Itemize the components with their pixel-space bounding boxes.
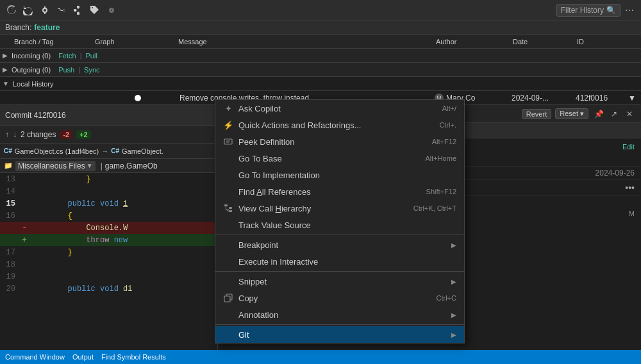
close-icon[interactable]: ✕ <box>623 108 636 120</box>
menu-snippet[interactable]: Snippet ▶ <box>215 273 464 290</box>
branch-name[interactable]: feature <box>34 23 60 32</box>
local-history-expand[interactable]: ▼ <box>3 80 9 87</box>
incoming-row: ▶ Incoming (0) Fetch | Pull <box>0 49 641 63</box>
menu-go-to-impl[interactable]: Go To Implementation <box>215 167 464 183</box>
cs-icon-to: C# <box>111 147 119 154</box>
divider-3 <box>215 324 464 325</box>
changes-count: 2 changes <box>21 130 56 139</box>
minus-badge: -2 <box>60 130 72 139</box>
menu-go-to-base[interactable]: Go To Base Alt+Home <box>215 150 464 167</box>
code-line-16-normal: 16 { <box>0 210 217 222</box>
col-message: Message <box>178 38 436 46</box>
author-date: 2024-09-26 <box>595 169 635 178</box>
svg-rect-19 <box>224 296 230 302</box>
peek-icon <box>223 136 233 147</box>
revert-button[interactable]: Revert <box>522 109 551 119</box>
commit-id-label: Commit 412f0016 <box>5 111 66 120</box>
code-line-15: 15 public void i <box>0 197 217 210</box>
svg-rect-4 <box>77 12 79 15</box>
open-icon[interactable]: ↗ <box>608 108 620 120</box>
edit-link[interactable]: Edit <box>622 143 635 151</box>
copilot-icon: ✦ <box>223 103 233 113</box>
svg-rect-3 <box>77 6 79 8</box>
code-line-13: 13 } <box>0 173 217 185</box>
col-author: Author <box>436 38 513 46</box>
divider-2 <box>215 271 464 272</box>
incoming-expand[interactable]: ▶ <box>3 52 8 59</box>
find-refs-icon <box>223 186 233 197</box>
code-line-17-normal: 17 } <box>0 246 217 258</box>
pin-icon[interactable]: 📌 <box>592 108 605 120</box>
col-branch-tag: Branch / Tag <box>12 38 95 46</box>
up-arrow[interactable]: ↑ <box>5 130 9 139</box>
code-line-17-added: + throw new <box>0 234 217 246</box>
menu-git[interactable]: Git ▶ <box>215 326 464 343</box>
left-panel: Commit 412f0016 ↑ ↓ 2 changes -2 +2 C# G… <box>0 105 218 364</box>
col-graph: Graph <box>95 38 178 46</box>
local-history-row: ▼ Local History <box>0 77 641 91</box>
changes-bar: ↑ ↓ 2 changes -2 +2 <box>0 126 217 144</box>
plus-badge: +2 <box>76 130 91 139</box>
menu-annotation[interactable]: Annotation ▶ <box>215 306 464 323</box>
svg-rect-14 <box>229 210 232 212</box>
detail-actions: 📌 ↗ ✕ <box>592 108 636 120</box>
expand-icon[interactable]: ⋯ <box>623 4 636 17</box>
filter-history-text: Filter History <box>561 6 604 15</box>
commit-expand-arrow[interactable]: ▼ <box>627 94 637 103</box>
filter-history-box[interactable]: Filter History 🔍 <box>556 4 620 17</box>
push-link[interactable]: Push <box>58 66 74 74</box>
lightning-icon: ⚡ <box>223 120 233 130</box>
code-line-14: 14 <box>0 185 217 197</box>
impl-icon <box>223 170 233 180</box>
svg-rect-5 <box>74 9 76 12</box>
git-icon[interactable] <box>38 4 51 17</box>
breakpoint-icon <box>223 240 233 250</box>
git-menu-icon <box>223 329 233 340</box>
file-status: M <box>629 210 635 217</box>
incoming-label: Incoming (0) <box>12 52 51 60</box>
down-arrow[interactable]: ↓ <box>13 130 17 139</box>
menu-track-value[interactable]: Track Value Source <box>215 217 464 233</box>
reset-button[interactable]: Reset ▾ <box>555 108 588 119</box>
menu-breakpoint[interactable]: Breakpoint ▶ <box>215 236 464 253</box>
file-from: GameObject.cs (1adf4bec) <box>15 147 99 155</box>
merge-icon[interactable] <box>72 4 85 17</box>
menu-quick-actions[interactable]: ⚡ Quick Actions and Refactorings... Ctrl… <box>215 117 464 133</box>
tag-icon[interactable] <box>88 4 101 17</box>
menu-ask-copilot[interactable]: ✦ Ask Copilot Alt+/ <box>215 100 464 117</box>
track-icon <box>223 220 233 230</box>
cs-icon-from: C# <box>4 147 12 154</box>
col-id: ID <box>577 38 628 46</box>
status-bar: Command Window Output Find Symbol Result… <box>0 350 641 364</box>
sync-link[interactable]: Sync <box>84 66 99 74</box>
menu-copy[interactable]: Copy Ctrl+C <box>215 290 464 306</box>
pull-link[interactable]: Pull <box>86 52 97 60</box>
svg-rect-9 <box>224 139 232 144</box>
svg-point-0 <box>43 8 47 12</box>
menu-execute-interactive[interactable]: Execute in Interactive <box>215 253 464 270</box>
undo-icon[interactable] <box>22 4 35 17</box>
menu-find-references[interactable]: Find All References Shift+F12 <box>215 183 464 200</box>
menu-peek-definition[interactable]: Peek Definition Alt+F12 <box>215 133 464 150</box>
menu-call-hierarchy[interactable]: View Call Hierarchy Ctrl+K, Ctrl+T <box>215 200 464 217</box>
branch-icon[interactable] <box>55 4 68 17</box>
outgoing-expand[interactable]: ▶ <box>3 66 8 73</box>
code-line-18: 18 <box>0 258 217 270</box>
misc-files-dropdown[interactable]: Miscellaneous Files ▼ <box>15 161 96 171</box>
cmd-window-tab[interactable]: Command Window <box>5 353 65 361</box>
fetch-link[interactable]: Fetch <box>58 52 76 60</box>
context-menu: ✦ Ask Copilot Alt+/ ⚡ Quick Actions and … <box>215 99 465 343</box>
misc-files-row: 📁 Miscellaneous Files ▼ | game.GameOb <box>0 159 217 173</box>
col-date: Date <box>513 38 577 46</box>
svg-rect-13 <box>229 207 232 209</box>
output-tab[interactable]: Output <box>72 353 94 361</box>
refresh-icon[interactable] <box>5 4 18 17</box>
find-symbol-tab[interactable]: Find Symbol Results <box>101 353 166 361</box>
changes-menu-btn[interactable]: ••• <box>625 183 635 193</box>
commit-id: 412f0016 <box>576 94 627 103</box>
hierarchy-icon <box>223 203 233 213</box>
copy-icon <box>223 293 233 303</box>
annotation-icon <box>223 310 233 320</box>
search-icon: 🔍 <box>606 6 616 15</box>
settings-icon[interactable] <box>105 4 118 17</box>
